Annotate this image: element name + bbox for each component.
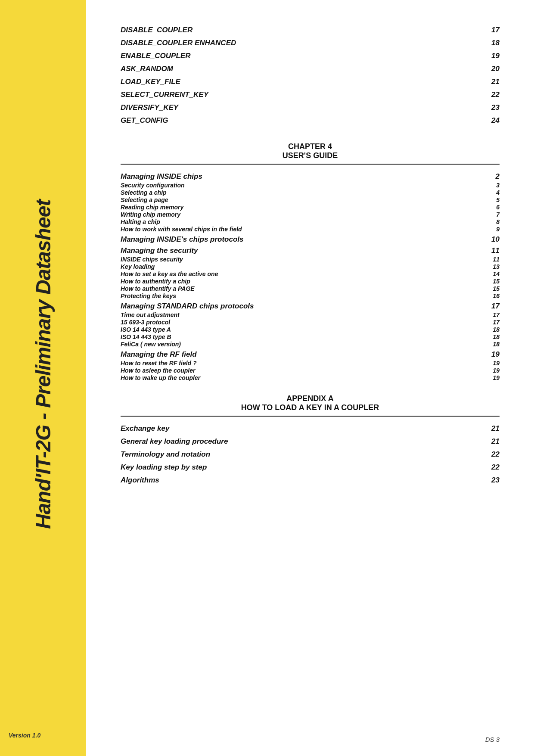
sub-entry: INSIDE chips security 11 bbox=[121, 256, 500, 263]
sub-entry-title: Protecting the keys bbox=[121, 292, 482, 299]
sub-entry: Key loading 13 bbox=[121, 263, 500, 270]
sub-entries: Time out adjustment 17 15 693-3 protocol… bbox=[121, 311, 500, 348]
sidebar: Hand'IT-2G - Preliminary Datasheet Versi… bbox=[0, 0, 86, 756]
toc-entry: SELECT_CURRENT_KEY 22 bbox=[121, 90, 500, 99]
toc-entry-title: DISABLE_COUPLER bbox=[121, 26, 482, 34]
toc-entry-title: SELECT_CURRENT_KEY bbox=[121, 90, 482, 99]
sub-entry-page: 19 bbox=[482, 360, 500, 367]
sub-entry-page: 4 bbox=[482, 189, 500, 196]
sub-entry-title: How to set a key as the active one bbox=[121, 271, 482, 277]
sub-entry-title: Reading chip memory bbox=[121, 204, 482, 211]
appendix-entry-page: 21 bbox=[482, 437, 500, 446]
sections-container: Managing INSIDE chips 2 Security configu… bbox=[121, 172, 500, 381]
sub-entry: Time out adjustment 17 bbox=[121, 311, 500, 318]
sub-entry-page: 15 bbox=[482, 285, 500, 292]
sub-entry: 15 693-3 protocol 17 bbox=[121, 319, 500, 326]
sub-entry-title: How to authentify a PAGE bbox=[121, 285, 482, 292]
sub-entry-page: 7 bbox=[482, 211, 500, 218]
sub-entry-page: 9 bbox=[482, 226, 500, 233]
section-group: Managing INSIDE's chips protocols 10 bbox=[121, 235, 500, 244]
main-content: DISABLE_COUPLER 17 DISABLE_COUPLER ENHAN… bbox=[86, 0, 534, 756]
sub-entry-page: 3 bbox=[482, 182, 500, 189]
sub-entry: How to asleep the coupler 19 bbox=[121, 367, 500, 374]
section-main-title: Managing the RF field bbox=[121, 350, 482, 359]
sidebar-version: Version 1.0 bbox=[9, 732, 40, 739]
sub-entry-title: ISO 14 443 type B bbox=[121, 333, 482, 340]
sub-entry-page: 11 bbox=[482, 256, 500, 263]
appendix-entry: Terminology and notation 22 bbox=[121, 450, 500, 459]
sub-entries: Security configuration 3 Selecting a chi… bbox=[121, 182, 500, 233]
sub-entry-page: 15 bbox=[482, 278, 500, 285]
sub-entry-title: Time out adjustment bbox=[121, 311, 482, 318]
toc-entry-title: DISABLE_COUPLER ENHANCED bbox=[121, 39, 482, 47]
toc-entry: GET_CONFIG 24 bbox=[121, 116, 500, 125]
appendix-entry-page: 22 bbox=[482, 463, 500, 472]
sub-entry-page: 17 bbox=[482, 311, 500, 318]
chapter4-heading: CHAPTER 4 USER'S GUIDE bbox=[121, 142, 500, 160]
toc-entry-title: ASK_RANDOM bbox=[121, 65, 482, 73]
sub-entry-title: How to asleep the coupler bbox=[121, 367, 482, 374]
appendix-entry: Algorithms 23 bbox=[121, 476, 500, 485]
toc-entry-title: DIVERSIFY_KEY bbox=[121, 103, 482, 112]
section-main-title: Managing the security bbox=[121, 246, 482, 255]
toc-entry-page: 24 bbox=[482, 116, 500, 125]
sub-entry: Protecting the keys 16 bbox=[121, 292, 500, 299]
toc-entry-title: LOAD_KEY_FILE bbox=[121, 78, 482, 86]
sub-entry: ISO 14 443 type A 18 bbox=[121, 326, 500, 333]
sub-entry-title: INSIDE chips security bbox=[121, 256, 482, 263]
toc-entry-page: 20 bbox=[482, 65, 500, 73]
section-group: Managing the RF field 19 How to reset th… bbox=[121, 350, 500, 381]
section-main-title: Managing STANDARD chips protocols bbox=[121, 302, 482, 311]
section-main-row: Managing INSIDE chips 2 bbox=[121, 172, 500, 181]
sub-entry: How to authentify a PAGE 15 bbox=[121, 285, 500, 292]
section-main-row: Managing INSIDE's chips protocols 10 bbox=[121, 235, 500, 244]
appendixA-line1: APPENDIX A bbox=[121, 394, 500, 403]
sub-entry-page: 19 bbox=[482, 367, 500, 374]
sub-entry: ISO 14 443 type B 18 bbox=[121, 333, 500, 340]
sub-entry-title: Security configuration bbox=[121, 182, 482, 189]
toc-entry: DISABLE_COUPLER 17 bbox=[121, 26, 500, 34]
sub-entry: How to reset the RF field ? 19 bbox=[121, 360, 500, 367]
appendix-entry-page: 21 bbox=[482, 424, 500, 433]
sub-entry-title: Halting a chip bbox=[121, 218, 482, 225]
sub-entry-page: 19 bbox=[482, 374, 500, 381]
toc-entry-page: 19 bbox=[482, 52, 500, 60]
sub-entry: How to authentify a chip 15 bbox=[121, 278, 500, 285]
appendix-entry-title: Exchange key bbox=[121, 424, 482, 433]
toc-entry-page: 21 bbox=[482, 78, 500, 86]
sub-entry-page: 17 bbox=[482, 319, 500, 326]
appendix-entry: General key loading procedure 21 bbox=[121, 437, 500, 446]
section-main-row: Managing the RF field 19 bbox=[121, 350, 500, 359]
sub-entry-title: How to reset the RF field ? bbox=[121, 360, 482, 367]
sub-entry-page: 13 bbox=[482, 263, 500, 270]
sub-entry: Selecting a page 5 bbox=[121, 196, 500, 203]
chapter4-line1: CHAPTER 4 bbox=[121, 142, 500, 151]
sub-entry-page: 18 bbox=[482, 326, 500, 333]
appendix-entry-title: Key loading step by step bbox=[121, 463, 482, 472]
chapter4-divider bbox=[121, 164, 500, 165]
toc-entry: ASK_RANDOM 20 bbox=[121, 65, 500, 73]
section-main-row: Managing STANDARD chips protocols 17 bbox=[121, 302, 500, 311]
toc-top-section: DISABLE_COUPLER 17 DISABLE_COUPLER ENHAN… bbox=[121, 26, 500, 125]
sub-entry-title: How to authentify a chip bbox=[121, 278, 482, 285]
section-main-page: 2 bbox=[482, 172, 500, 181]
appendixA-heading: APPENDIX A HOW TO LOAD A KEY IN A COUPLE… bbox=[121, 394, 500, 412]
section-main-title: Managing INSIDE's chips protocols bbox=[121, 235, 482, 244]
toc-entry-page: 17 bbox=[482, 26, 500, 34]
appendixA-divider bbox=[121, 416, 500, 417]
sub-entry: How to set a key as the active one 14 bbox=[121, 271, 500, 277]
sub-entry: Writing chip memory 7 bbox=[121, 211, 500, 218]
appendix-entry-page: 22 bbox=[482, 450, 500, 459]
toc-entry: DIVERSIFY_KEY 23 bbox=[121, 103, 500, 112]
sub-entry-title: Key loading bbox=[121, 263, 482, 270]
sub-entry-page: 8 bbox=[482, 218, 500, 225]
appendix-entries-container: Exchange key 21 General key loading proc… bbox=[121, 424, 500, 485]
section-main-page: 10 bbox=[482, 235, 500, 244]
sub-entry-page: 18 bbox=[482, 333, 500, 340]
appendix-entry-title: Terminology and notation bbox=[121, 450, 482, 459]
section-group: Managing INSIDE chips 2 Security configu… bbox=[121, 172, 500, 233]
section-main-page: 19 bbox=[482, 350, 500, 359]
sub-entry: Reading chip memory 6 bbox=[121, 204, 500, 211]
sub-entry-title: How to wake up the coupler bbox=[121, 374, 482, 381]
footer: DS 3 bbox=[485, 736, 500, 743]
